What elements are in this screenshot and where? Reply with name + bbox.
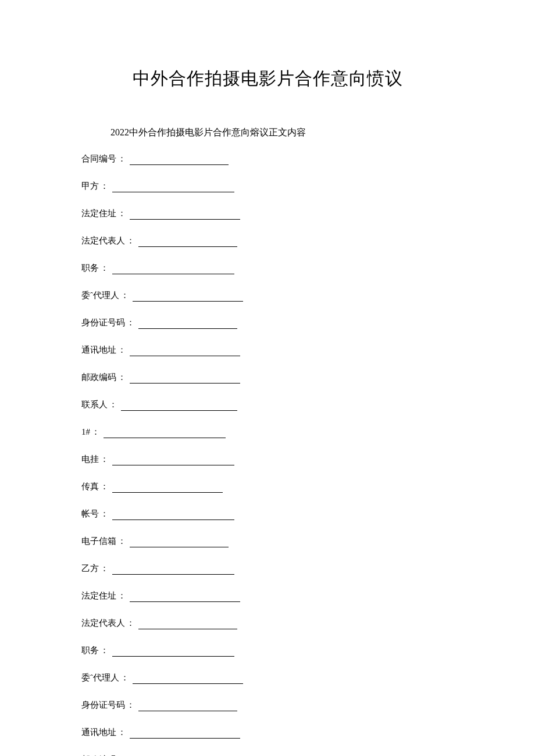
form-field-row: 身份证号码： [81, 699, 454, 711]
field-colon: ： [117, 590, 126, 602]
blank-underline [121, 402, 237, 411]
field-colon: ： [117, 207, 126, 220]
blank-underline [130, 539, 229, 547]
form-field-row: 委ˆ代理人： [81, 672, 454, 684]
field-colon: ： [120, 672, 129, 684]
field-colon: ： [100, 453, 109, 465]
field-label: 委ˆ代理人 [81, 672, 119, 684]
field-label: 职务 [81, 644, 99, 657]
field-label: 邮政编码 [81, 754, 116, 756]
blank-underline [130, 593, 240, 602]
blank-underline [130, 347, 240, 356]
blank-underline [130, 156, 229, 165]
form-fields-container: 合同编号：甲方：法定住址：法定代表人：职务：委ˆ代理人：身份证号码：通讯地址：邮… [81, 153, 454, 756]
field-label: 电子信箱 [81, 535, 116, 547]
form-field-row: 甲方： [81, 180, 454, 192]
field-label: 法定代表人 [81, 235, 125, 247]
form-field-row: 1#： [81, 426, 454, 438]
field-label: 甲方 [81, 180, 99, 192]
document-page: 中外合作拍摄电影片合作意向愤议 2022中外合作拍摄电影片合作意向熔议正文内容 … [0, 0, 535, 756]
document-title: 中外合作拍摄电影片合作意向愤议 [81, 67, 454, 91]
field-colon: ： [126, 317, 135, 329]
form-field-row: 身份证号码： [81, 317, 454, 329]
form-field-row: 帐号： [81, 508, 454, 520]
field-colon: ： [120, 289, 129, 302]
field-label: 1# [81, 426, 90, 438]
field-colon: ： [100, 644, 109, 657]
blank-underline [138, 621, 237, 629]
field-colon: ： [91, 426, 100, 438]
blank-underline [112, 511, 234, 520]
form-field-row: 法定住址： [81, 207, 454, 220]
field-label: 联系人 [81, 399, 108, 411]
blank-underline [138, 703, 237, 711]
form-field-row: 职务： [81, 262, 454, 274]
form-field-row: 法定代表人： [81, 617, 454, 629]
field-label: 身份证号码 [81, 699, 125, 711]
field-label: 电挂 [81, 453, 99, 465]
blank-underline [130, 211, 240, 220]
blank-underline [112, 184, 234, 192]
blank-underline [138, 320, 237, 329]
blank-underline [138, 238, 237, 247]
blank-underline [112, 648, 234, 657]
field-colon: ： [117, 344, 126, 356]
field-colon: ： [117, 153, 126, 165]
field-colon: ： [100, 562, 109, 575]
form-field-row: 电挂： [81, 453, 454, 465]
form-field-row: 委ˆ代理人： [81, 289, 454, 302]
document-subtitle: 2022中外合作拍摄电影片合作意向熔议正文内容 [110, 127, 454, 139]
field-label: 邮政编码 [81, 371, 116, 384]
form-field-row: 通讯地址： [81, 726, 454, 739]
field-label: 帐号 [81, 508, 99, 520]
form-field-row: 法定住址： [81, 590, 454, 602]
blank-underline [133, 675, 243, 684]
field-label: 委ˆ代理人 [81, 289, 119, 302]
blank-underline [133, 293, 243, 302]
field-label: 合同编号 [81, 153, 116, 165]
field-colon: ： [100, 180, 109, 192]
field-colon: ： [100, 508, 109, 520]
form-field-row: 合同编号： [81, 153, 454, 165]
form-field-row: 邮政编码： [81, 754, 454, 756]
field-colon: ： [100, 262, 109, 274]
field-colon: ： [109, 399, 117, 411]
field-label: 身份证号码 [81, 317, 125, 329]
field-label: 传真 [81, 481, 99, 493]
field-colon: ： [126, 699, 135, 711]
blank-underline [112, 566, 234, 575]
form-field-row: 乙方： [81, 562, 454, 575]
field-label: 职务 [81, 262, 99, 274]
blank-underline [112, 457, 234, 465]
form-field-row: 联系人： [81, 399, 454, 411]
form-field-row: 通讯地址： [81, 344, 454, 356]
field-label: 通讯地址 [81, 726, 116, 739]
blank-underline [104, 429, 226, 438]
field-colon: ： [126, 235, 135, 247]
blank-underline [112, 266, 234, 274]
field-colon: ： [100, 481, 109, 493]
field-label: 法定代表人 [81, 617, 125, 629]
field-label: 通讯地址 [81, 344, 116, 356]
form-field-row: 邮政编码： [81, 371, 454, 384]
form-field-row: 法定代表人： [81, 235, 454, 247]
field-colon: ： [117, 535, 126, 547]
form-field-row: 职务： [81, 644, 454, 657]
field-label: 法定住址 [81, 207, 116, 220]
form-field-row: 传真： [81, 481, 454, 493]
field-colon: ： [117, 726, 126, 739]
field-colon: ： [117, 754, 126, 756]
blank-underline [112, 484, 223, 493]
blank-underline [130, 730, 240, 739]
form-field-row: 电子信箱： [81, 535, 454, 547]
field-colon: ： [117, 371, 126, 384]
blank-underline [130, 375, 240, 384]
field-label: 法定住址 [81, 590, 116, 602]
field-colon: ： [126, 617, 135, 629]
field-label: 乙方 [81, 562, 99, 575]
